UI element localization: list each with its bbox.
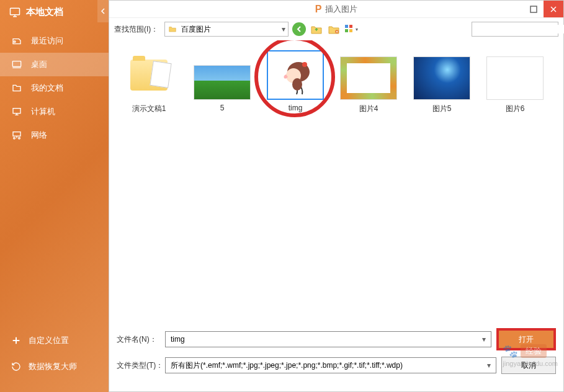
filetype-row: 文件类型(T)： 所有图片(*.emf;*.wmf;*.jpg;*.jpeg;*… bbox=[117, 357, 556, 374]
filename-row: 文件名(N)： ▾ 打开 bbox=[117, 328, 556, 350]
lookin-label: 查找范围(I)： bbox=[114, 24, 158, 35]
sidebar-collapse-button[interactable] bbox=[97, 0, 109, 22]
monitor-icon bbox=[9, 7, 21, 18]
sidebar-item-desktop[interactable]: 桌面 bbox=[0, 53, 109, 76]
chevron-down-icon: ▾ bbox=[356, 27, 358, 32]
titlebar-title-group: P 插入图片 bbox=[315, 4, 358, 15]
sidebar-item-label: 桌面 bbox=[31, 59, 47, 70]
svg-point-28 bbox=[302, 62, 307, 67]
sidebar-item-label: 最近访问 bbox=[31, 35, 63, 47]
sidebar-item-computer[interactable]: 计算机 bbox=[0, 100, 109, 123]
search-box[interactable] bbox=[472, 22, 558, 37]
file-item-image[interactable]: 5 bbox=[189, 48, 256, 117]
documents-icon bbox=[11, 83, 22, 93]
main-panel: P 插入图片 查找范围(I)： 百度图片 ▾ bbox=[109, 0, 564, 392]
file-label: 图片5 bbox=[432, 104, 452, 114]
svg-rect-15 bbox=[530, 6, 537, 12]
network-icon bbox=[11, 130, 22, 140]
svg-point-3 bbox=[14, 41, 16, 43]
filename-input-wrap[interactable]: ▾ bbox=[165, 331, 491, 347]
filetype-value: 所有图片(*.emf;*.wmf;*.jpg;*.jpeg;*.jpe;*.pn… bbox=[171, 360, 487, 371]
plus-icon bbox=[11, 336, 21, 345]
sidebar-item-label: 计算机 bbox=[31, 106, 55, 117]
svg-rect-6 bbox=[13, 109, 20, 114]
titlebar: P 插入图片 bbox=[109, 1, 563, 18]
open-button-highlight: 打开 bbox=[496, 328, 556, 350]
cartoon-girl-icon bbox=[274, 53, 317, 97]
footer-item-label: 数据恢复大师 bbox=[29, 361, 77, 372]
window-title: 插入图片 bbox=[325, 4, 357, 15]
sidebar-items: 最近访问 桌面 我的文档 计算机 网络 bbox=[0, 29, 109, 327]
toolbar: 查找范围(I)： 百度图片 ▾ ✦ ▾ bbox=[109, 18, 563, 40]
file-label: 演示文稿1 bbox=[132, 104, 166, 114]
sidebar-title: 本地文档 bbox=[26, 6, 63, 18]
sidebar-header: 本地文档 bbox=[0, 0, 109, 24]
folder-up-icon bbox=[311, 24, 322, 34]
open-button[interactable]: 打开 bbox=[499, 331, 553, 348]
app-logo-icon: P bbox=[315, 4, 322, 15]
svg-rect-21 bbox=[349, 25, 352, 28]
desktop-icon bbox=[11, 60, 22, 69]
filename-label: 文件名(N)： bbox=[117, 334, 165, 345]
close-icon bbox=[550, 6, 557, 13]
svg-rect-9 bbox=[13, 132, 20, 136]
svg-rect-4 bbox=[12, 61, 20, 67]
file-label: 图片6 bbox=[506, 104, 525, 114]
window-controls bbox=[524, 1, 563, 17]
svg-point-29 bbox=[292, 78, 302, 91]
filetype-select[interactable]: 所有图片(*.emf;*.wmf;*.jpg;*.jpeg;*.jpe;*.pn… bbox=[165, 357, 496, 373]
chevron-down-icon: ▾ bbox=[282, 25, 285, 33]
bottom-panel: 文件名(N)： ▾ 打开 文件类型(T)： 所有图片(*.emf;*.wmf;*… bbox=[109, 322, 563, 391]
computer-icon bbox=[11, 107, 22, 117]
chevron-down-icon[interactable]: ▾ bbox=[487, 361, 491, 370]
back-button[interactable] bbox=[292, 22, 306, 36]
arrow-left-icon bbox=[295, 25, 303, 33]
maximize-icon bbox=[530, 6, 537, 13]
toolbar-icons: ✦ ▾ bbox=[292, 22, 358, 36]
svg-text:✦: ✦ bbox=[336, 30, 338, 33]
sidebar: 本地文档 最近访问 桌面 我的文档 计算机 bbox=[0, 0, 109, 392]
search-input[interactable] bbox=[476, 25, 564, 33]
svg-rect-0 bbox=[11, 8, 20, 15]
file-item-image[interactable]: 图片5 bbox=[408, 48, 475, 117]
file-grid: 演示文稿1 5 bbox=[109, 40, 563, 322]
cancel-button[interactable]: 取消 bbox=[501, 357, 556, 374]
sidebar-item-recent[interactable]: 最近访问 bbox=[0, 29, 109, 53]
folder-select-value: 百度图片 bbox=[181, 24, 282, 35]
svg-rect-23 bbox=[349, 29, 352, 32]
svg-rect-20 bbox=[345, 25, 348, 28]
filetype-label: 文件类型(T)： bbox=[117, 360, 165, 371]
file-label: timg bbox=[289, 104, 303, 112]
close-button[interactable] bbox=[544, 1, 563, 17]
svg-point-10 bbox=[14, 137, 16, 139]
recent-icon bbox=[11, 36, 22, 46]
folder-icon bbox=[168, 25, 177, 33]
new-folder-button[interactable]: ✦ bbox=[327, 22, 341, 36]
restore-icon bbox=[11, 362, 21, 372]
filename-input[interactable] bbox=[171, 335, 482, 344]
file-item-image[interactable]: 图片6 bbox=[481, 48, 548, 117]
folder-select[interactable]: 百度图片 ▾ bbox=[164, 22, 289, 37]
sidebar-item-network[interactable]: 网络 bbox=[0, 123, 109, 147]
svg-point-11 bbox=[19, 137, 20, 139]
chevron-down-icon[interactable]: ▾ bbox=[482, 335, 486, 344]
grid-view-icon bbox=[344, 24, 354, 34]
file-label: 图片4 bbox=[359, 104, 378, 114]
chevron-left-icon bbox=[101, 8, 105, 14]
data-recovery-button[interactable]: 数据恢复大师 bbox=[0, 354, 109, 380]
sidebar-footer: 自定义位置 数据恢复大师 bbox=[0, 327, 109, 392]
sidebar-item-label: 我的文档 bbox=[31, 82, 63, 94]
sidebar-item-label: 网络 bbox=[31, 130, 47, 141]
sidebar-item-documents[interactable]: 我的文档 bbox=[0, 76, 109, 100]
file-item-image-selected[interactable]: timg bbox=[262, 48, 329, 117]
file-item-folder[interactable]: 演示文稿1 bbox=[115, 48, 182, 117]
up-folder-button[interactable] bbox=[310, 22, 323, 36]
footer-item-label: 自定义位置 bbox=[29, 335, 69, 346]
maximize-button[interactable] bbox=[524, 1, 544, 17]
file-item-image[interactable]: 图片4 bbox=[335, 48, 402, 117]
view-mode-button[interactable]: ▾ bbox=[344, 22, 358, 36]
folder-new-icon: ✦ bbox=[328, 24, 339, 34]
file-label: 5 bbox=[220, 104, 225, 112]
svg-rect-22 bbox=[345, 29, 348, 32]
custom-location-button[interactable]: 自定义位置 bbox=[0, 327, 109, 354]
